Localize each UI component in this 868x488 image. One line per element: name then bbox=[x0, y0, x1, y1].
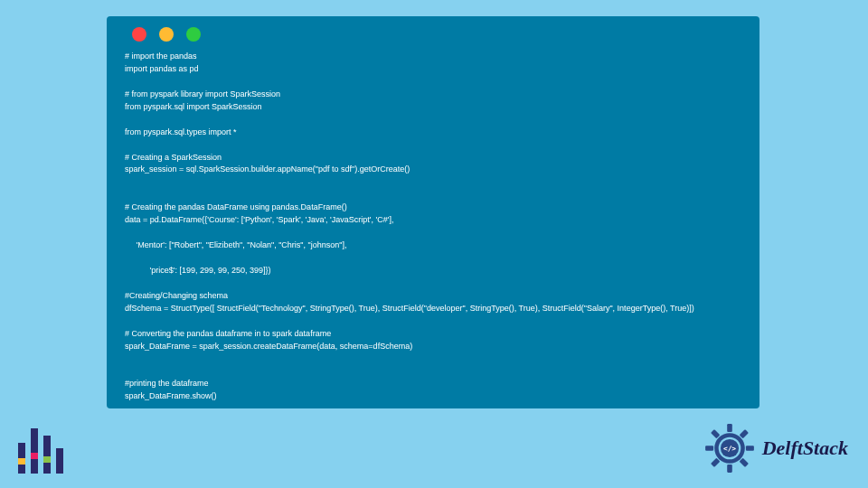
svg-rect-5 bbox=[739, 429, 748, 438]
window-controls bbox=[132, 27, 741, 42]
close-dot-icon bbox=[132, 27, 146, 42]
left-logo-icon bbox=[18, 425, 67, 474]
svg-rect-8 bbox=[739, 458, 748, 467]
maximize-dot-icon bbox=[186, 27, 201, 42]
svg-rect-1 bbox=[727, 424, 732, 432]
minimize-dot-icon bbox=[159, 27, 174, 42]
code-window: # import the pandas import pandas as pd … bbox=[107, 16, 760, 408]
delftstack-text: DelftStack bbox=[762, 436, 848, 460]
svg-text:</>: </> bbox=[723, 445, 736, 453]
delftstack-logo: </> DelftStack bbox=[704, 423, 848, 474]
svg-rect-6 bbox=[711, 458, 720, 467]
svg-rect-4 bbox=[746, 446, 754, 451]
gear-icon: </> bbox=[704, 423, 755, 474]
svg-rect-3 bbox=[705, 446, 713, 451]
svg-rect-7 bbox=[711, 429, 720, 438]
code-block: # import the pandas import pandas as pd … bbox=[125, 51, 741, 403]
svg-rect-2 bbox=[727, 465, 732, 473]
